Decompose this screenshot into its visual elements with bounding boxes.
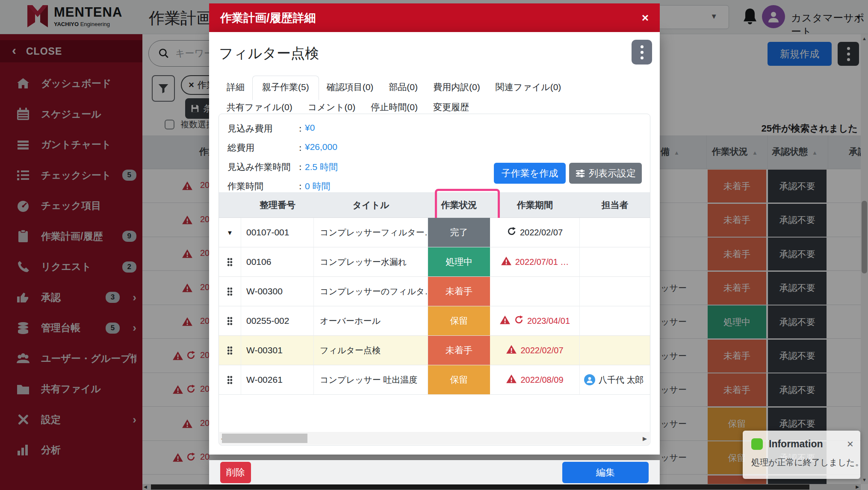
- work-id-cell: W-00301: [241, 336, 314, 365]
- column-header-3[interactable]: 作業期間: [490, 192, 580, 217]
- caret-down-icon: ▼: [227, 229, 233, 236]
- child-work-row[interactable]: 00255-002オーバーホール保留2023/04/01: [219, 306, 650, 336]
- status-badge: 処理中: [428, 247, 490, 276]
- cost-label: 総費用: [227, 142, 296, 154]
- scrollbar-thumb[interactable]: [222, 434, 307, 443]
- status-badge: 保留: [428, 365, 490, 394]
- tab-3[interactable]: 部品(0): [381, 77, 425, 97]
- work-status-cell: 完了: [428, 218, 490, 247]
- repeat-icon: [507, 226, 517, 238]
- status-badge: 完了: [428, 218, 490, 247]
- edit-button[interactable]: 編集: [562, 462, 649, 483]
- period-date: 2022/02/07: [520, 228, 563, 238]
- sliders-icon: [575, 168, 585, 179]
- work-assignee-cell: [580, 277, 650, 306]
- work-id-cell: W-00300: [241, 277, 314, 306]
- column-header-1[interactable]: タイトル: [314, 192, 428, 217]
- close-icon[interactable]: ×: [847, 437, 853, 451]
- work-title: フィルター点検: [219, 44, 319, 63]
- period-date: 2023/04/01: [527, 316, 570, 326]
- child-works-panel: 見込み費用：¥0 総費用：¥26,000 見込み作業時間：2.5 時間 作業時間…: [218, 114, 650, 446]
- child-work-row[interactable]: W-00301フィルター点検未着手2022/02/07: [219, 336, 650, 365]
- child-work-row[interactable]: W-00300コンプレッサーのフィルタ…未着手: [219, 277, 650, 306]
- tab-0[interactable]: 詳細: [219, 77, 252, 97]
- work-id-cell: 00255-002: [241, 306, 314, 335]
- column-header-2[interactable]: 作業状況: [428, 192, 490, 217]
- delete-button[interactable]: 削除: [220, 462, 251, 483]
- expand-row-button[interactable]: ▼: [219, 218, 241, 247]
- drag-handle[interactable]: [219, 336, 241, 365]
- status-badge: 未着手: [428, 277, 490, 306]
- tab-1[interactable]: 親子作業(5): [252, 76, 319, 100]
- assignee-name: 八千代 太郎: [599, 374, 644, 386]
- period-date: 2022/02/07: [520, 346, 563, 355]
- work-period-cell: 2022/07/01 …: [490, 247, 580, 276]
- status-badge: 保留: [428, 306, 490, 335]
- scroll-right-icon[interactable]: ▶: [643, 435, 647, 442]
- child-work-row[interactable]: ▼00107-001コンプレッサーフィルター…完了2022/02/07: [219, 218, 650, 247]
- drag-dots-icon: [227, 258, 233, 266]
- work-id-cell: 00106: [241, 247, 314, 276]
- drag-handle[interactable]: [219, 277, 241, 306]
- drag-dots-icon: [227, 376, 233, 384]
- drag-handle[interactable]: [219, 247, 241, 276]
- cost-summary: 見込み費用：¥0 総費用：¥26,000 見込み作業時間：2.5 時間 作業時間…: [227, 123, 338, 200]
- warning-icon: [506, 373, 517, 387]
- tab-5[interactable]: 関連ファイル(0): [488, 77, 569, 97]
- work-period-cell: 2022/02/07: [490, 218, 580, 247]
- work-status-cell: 保留: [428, 306, 490, 335]
- assignee-person-icon: [584, 374, 595, 385]
- drag-dots-icon: [227, 287, 233, 296]
- work-period-cell: 2022/08/09: [490, 365, 580, 394]
- period-date: 2022/07/01 …: [515, 257, 569, 267]
- work-assignee-cell: [580, 247, 650, 276]
- work-assignee-cell: [580, 306, 650, 335]
- drag-handle[interactable]: [219, 306, 241, 335]
- work-period-cell: 2023/04/01: [490, 306, 580, 335]
- work-title-cell: コンプレッサー 吐出温度: [314, 365, 428, 394]
- work-assignee-cell: [580, 218, 650, 247]
- work-status-cell: 保留: [428, 365, 490, 394]
- detail-modal: 作業計画/履歴詳細 × フィルター点検 詳細親子作業(5)確認項目(0)部品(0…: [209, 3, 660, 455]
- tab-2[interactable]: 確認項目(0): [319, 77, 381, 97]
- work-title-cell: コンプレッサー水漏れ: [314, 247, 428, 276]
- cost-value[interactable]: ¥26,000: [305, 142, 337, 154]
- cost-label: 作業時間: [227, 180, 296, 192]
- warning-icon: [501, 255, 512, 269]
- modal-footer: 削除 編集: [209, 460, 660, 484]
- child-table-header: 整理番号タイトル作業状況作業期間担当者: [219, 192, 650, 218]
- repeat-icon: [514, 315, 524, 327]
- work-period-cell: 2022/02/07: [490, 336, 580, 365]
- work-title-cell: フィルター点検: [314, 336, 428, 365]
- modal-more-actions-button[interactable]: [632, 40, 652, 65]
- warning-icon: [499, 314, 511, 328]
- period-date: 2022/08/09: [520, 375, 563, 385]
- close-icon[interactable]: ×: [642, 11, 649, 25]
- modal-horizontal-scrollbar[interactable]: ◀ ▶: [219, 432, 650, 445]
- modal-title: 作業計画/履歴詳細: [220, 10, 642, 26]
- tab-4[interactable]: 費用内訳(0): [425, 77, 488, 97]
- cost-label: 見込み費用: [227, 123, 296, 135]
- column-header-0[interactable]: 整理番号: [241, 192, 314, 217]
- info-status-icon: [751, 438, 763, 450]
- work-id-cell: W-00261: [241, 365, 314, 394]
- child-work-row[interactable]: 00106コンプレッサー水漏れ処理中2022/07/01 …: [219, 247, 650, 277]
- create-child-work-button[interactable]: 子作業を作成: [494, 163, 566, 184]
- cost-value[interactable]: ¥0: [305, 123, 315, 135]
- drag-handle[interactable]: [219, 365, 241, 394]
- work-status-cell: 処理中: [428, 247, 490, 276]
- modal-body: フィルター点検 詳細親子作業(5)確認項目(0)部品(0)費用内訳(0)関連ファ…: [209, 32, 660, 455]
- toast-notification: Information × 処理が正常に終了しました。: [743, 431, 860, 479]
- cost-value[interactable]: 0 時間: [305, 180, 331, 192]
- work-status-cell: 未着手: [428, 277, 490, 306]
- work-id-cell: 00107-001: [241, 218, 314, 247]
- modal-tabs-row1: 詳細親子作業(5)確認項目(0)部品(0)費用内訳(0)関連ファイル(0): [219, 73, 569, 97]
- kebab-icon: [641, 45, 644, 59]
- column-header-4[interactable]: 担当者: [580, 192, 650, 217]
- column-settings-button[interactable]: 列表示設定: [569, 163, 642, 184]
- cost-value[interactable]: 2.5 時間: [305, 161, 338, 173]
- work-assignee-cell: [580, 336, 650, 365]
- child-work-row[interactable]: W-00261コンプレッサー 吐出温度保留2022/08/09八千代 太郎: [219, 365, 650, 395]
- work-status-cell: 未着手: [428, 336, 490, 365]
- work-title-cell: コンプレッサーのフィルタ…: [314, 277, 428, 306]
